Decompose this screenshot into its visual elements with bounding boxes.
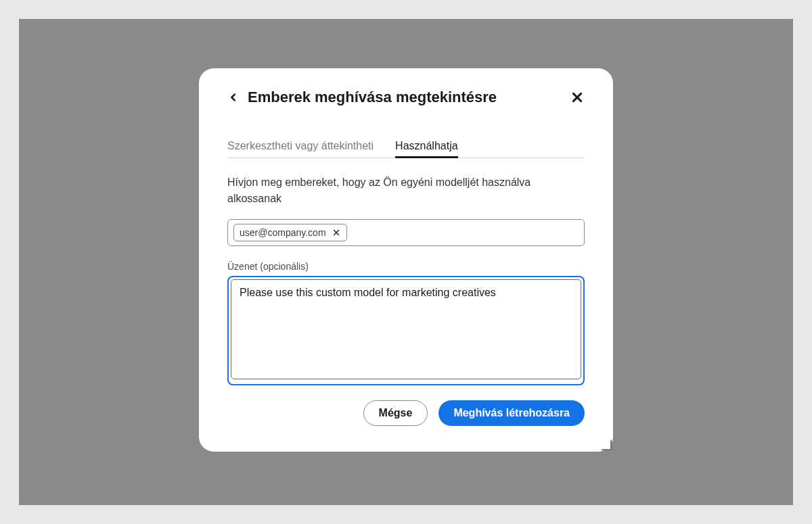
instruction-text: Hívjon meg embereket, hogy az Ön egyéni … — [227, 174, 585, 207]
email-input[interactable]: user@company.com — [227, 219, 585, 246]
svg-marker-5 — [602, 440, 611, 450]
message-label: Üzenet (opcionális) — [227, 261, 585, 272]
tabs: Szerkesztheti vagy áttekintheti Használh… — [227, 135, 585, 158]
dialog-header: Emberek meghívása megtekintésre — [227, 89, 585, 106]
dialog-header-left: Emberek meghívása megtekintésre — [227, 89, 497, 106]
tab-use[interactable]: Használhatja — [395, 135, 458, 158]
dialog-actions: Mégse Meghívás létrehozásra — [227, 400, 585, 426]
resize-handle-icon — [601, 439, 612, 450]
email-chip-text: user@company.com — [240, 227, 326, 238]
cancel-button[interactable]: Mégse — [363, 400, 428, 426]
email-chip: user@company.com — [233, 224, 347, 241]
svg-marker-4 — [601, 439, 612, 450]
message-textarea[interactable] — [231, 279, 581, 379]
dialog-title: Emberek meghívása megtekintésre — [248, 89, 497, 106]
invite-button[interactable]: Meghívás létrehozásra — [438, 400, 585, 426]
chip-remove-icon[interactable] — [332, 228, 341, 237]
tab-edit-view[interactable]: Szerkesztheti vagy áttekintheti — [227, 135, 374, 158]
back-icon[interactable] — [227, 91, 240, 103]
message-focus-ring — [227, 276, 585, 385]
modal-backdrop: Emberek meghívása megtekintésre Szerkesz… — [19, 19, 793, 505]
invite-dialog: Emberek meghívása megtekintésre Szerkesz… — [199, 68, 613, 452]
close-icon[interactable] — [570, 90, 585, 105]
